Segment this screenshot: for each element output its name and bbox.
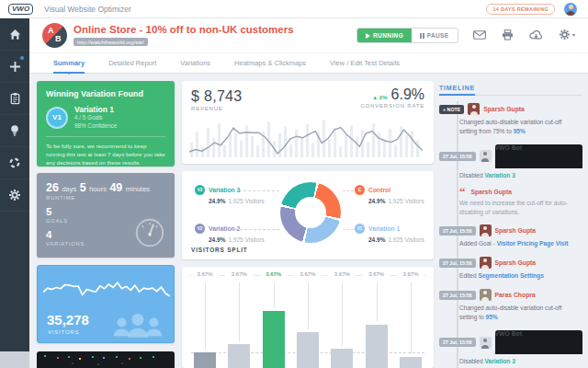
days-remaining-badge[interactable]: 14 DAYS REMAINING [486,4,555,15]
legend-badge: C [355,185,365,195]
pause-button[interactable]: PAUSE [412,29,457,42]
heatmap-preview-card[interactable] [37,351,175,368]
timeline-entry: 27 Jul, 15:58Sparsh GuptaAdded Goal - Vi… [439,224,582,248]
timeline-author[interactable]: Sparsh Gupta [495,259,537,266]
legend-name[interactable]: Control [368,187,390,193]
test-title: Online Store - 10% off to non-UK custome… [74,24,294,35]
sidebar-item-add-test[interactable] [0,51,29,83]
legend-name[interactable]: Variation 3 [209,187,240,193]
mail-button[interactable] [473,30,486,40]
timeline-author[interactable]: Sparsh Gupta [471,189,513,195]
sidebar-item-reports[interactable] [0,83,29,115]
runtime-minutes: 49 [109,181,122,194]
bar-column: 3.67% [191,270,219,368]
bar-connector [377,282,378,322]
sidebar-item-ideas[interactable] [0,115,29,147]
conversion-bar-chart-card: 3.67%3.67%3.67%3.67%3.67%3.67%3.67% [182,267,434,368]
visitors-trend-chart [43,273,170,306]
bar-value-label: 3.67% [328,270,356,278]
notification-dot [19,55,25,61]
timeline-link[interactable]: 95% [514,128,526,134]
header-actions: ▾ [473,29,575,40]
timeline-link[interactable]: Segmentation Settings [479,272,544,279]
print-button[interactable] [502,29,514,40]
report-tabs: Summary Detailed Report Variations Heatm… [29,52,588,74]
bar-value-label: 3.67% [363,270,390,278]
timeline-author[interactable]: VWO Bot [495,330,582,354]
test-url-badge[interactable]: http://watchtheworld.org/sat/ [74,38,148,46]
pause-icon [420,33,424,39]
bar [297,332,319,368]
bar-column: 3.67% [294,270,322,368]
bar [400,357,422,368]
timeline-badge: 27 Jul, 15:58 [439,338,476,347]
timeline-author[interactable]: Paras Chopra [495,292,536,298]
timeline-text: Disabled Variation 3 [459,357,577,366]
tab-variations[interactable]: Variations [180,52,210,74]
legend-badge: V2 [195,224,205,234]
plus-icon [9,61,21,73]
conversion-rate-label: CONVERSION RATE [360,103,424,109]
sidebar-item-home[interactable] [0,18,29,51]
settings-button[interactable]: ▾ [559,29,575,40]
runtime-label: RUNTIME [46,195,165,201]
legend-variation-2: V2Variation 2 24.9%1,925 Visitors [195,224,287,243]
timeline-link[interactable]: 95% [486,314,498,320]
sidebar-item-settings[interactable] [0,179,29,212]
visitors-label: VISITORS [48,329,79,335]
visitors-split-card: V3Variation 3 24.9%1,925 Visitors CContr… [182,171,434,259]
avatar [480,224,492,236]
bar-column: 3.67% [225,270,253,368]
timeline-link[interactable]: Visitor Pricing Page Visit [497,240,569,247]
legend-name[interactable]: Variation 1 [368,225,400,232]
gear-icon [8,189,21,201]
winning-variation-card: Winning Variation Found V1 Variation 1 4… [37,81,175,167]
avatar [480,289,492,301]
runtime-days: 26 [46,181,59,194]
bar-value-label: 3.67% [397,270,424,278]
top-bar: VWO Visual Website Optimizer 14 DAYS REM… [0,0,588,18]
status-toggle: RUNNING PAUSE [356,28,458,43]
timeline-author[interactable]: Sparsh Gupta [495,227,537,234]
tab-edit-test[interactable]: View / Edit Test Details [330,52,400,74]
running-button[interactable]: RUNNING [357,29,412,42]
user-avatar[interactable] [564,3,577,16]
timeline-text: Changed auto-disable variation cut-off s… [459,118,577,136]
timeline-entries: + NOTESparsh GuptaChanged auto-disable v… [439,103,582,368]
runtime-hours: 5 [80,181,86,194]
winning-note: To be fully sure, we recommend to keep r… [46,136,165,167]
sidebar-item-help[interactable] [0,147,29,179]
timeline-author[interactable]: VWO Bot [495,144,582,168]
timeline-quote-text: We need to increase the cut-off for auto… [459,199,577,217]
winning-confidence: 98% Confidence [74,122,117,131]
tab-detailed-report[interactable]: Detailed Report [108,52,156,74]
timeline-link[interactable]: Variation 3 [485,172,515,178]
timeline-text: Added Goal - Visitor Pricing Page Visit [459,239,577,248]
tab-summary[interactable]: Summary [53,52,85,74]
conversion-delta: ▲ 2% [372,95,387,100]
timeline-author[interactable]: Sparsh Gupta [483,106,525,112]
legend-name[interactable]: Variation 2 [209,225,240,232]
tab-heatmaps[interactable]: Heatmaps & Clickmaps [234,52,306,74]
bar-connector [342,282,343,346]
timeline-panel: TIMELINE + NOTESparsh GuptaChanged auto-… [439,77,582,368]
bar-column: 3.67% [363,270,390,368]
download-button[interactable] [529,29,543,40]
bar [331,349,353,368]
test-header: AB Online Store - 10% off to non-UK cust… [29,18,588,52]
timeline-text: Disabled Variation 3 [459,171,577,180]
visitors-split-title: VISITORS SPLIT [191,247,248,253]
bar-value-label: 3.67% [294,270,322,278]
bar [366,325,388,368]
bar-value-label: 3.67% [260,270,288,278]
legend-badge: V3 [195,185,205,195]
donut-hole [295,197,326,228]
timeline-entry: 27 Jul, 15:58Paras ChopraChanged auto-di… [439,289,582,322]
bar [194,352,216,368]
timeline-badge: 27 Jul, 15:58 [439,152,476,161]
sidebar-footer [0,351,29,368]
vwo-logo[interactable]: VWO [8,4,33,15]
timeline-link[interactable]: Variation 3 [485,358,515,364]
lightbulb-icon [9,124,20,137]
gear-icon [559,29,571,40]
